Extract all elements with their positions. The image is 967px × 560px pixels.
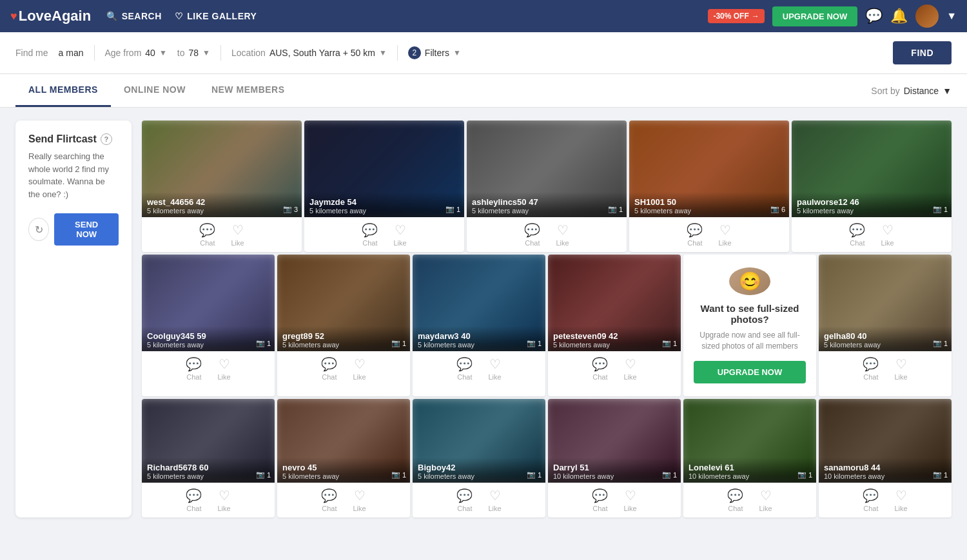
member-photo[interactable]: Jaymzde 54 5 kilometers away 📷 1: [304, 121, 464, 217]
like-label: Like: [488, 505, 501, 512]
tab-all-members[interactable]: ALL MEMBERS: [15, 74, 111, 107]
like-button[interactable]: ♡ Like: [488, 356, 501, 381]
sort-value: Distance: [904, 86, 939, 96]
chat-button[interactable]: 💬 Chat: [199, 222, 215, 247]
member-actions: 💬 Chat ♡ Like: [142, 351, 275, 386]
chat-button[interactable]: 💬 Chat: [362, 222, 378, 247]
like-label: Like: [488, 373, 501, 381]
like-gallery-nav[interactable]: ♡ LIKE GALLERY: [175, 11, 257, 21]
find-button[interactable]: FIND: [893, 41, 952, 64]
like-button[interactable]: ♡ Like: [894, 488, 907, 512]
location-label: Location: [231, 48, 266, 58]
like-button[interactable]: ♡ Like: [881, 222, 894, 247]
like-button[interactable]: ♡ Like: [894, 356, 907, 381]
member-photo[interactable]: Bigboy42 5 kilometers away 📷 1: [413, 399, 545, 483]
upgrade-button[interactable]: UPGRADE NOW: [772, 6, 857, 26]
member-photo[interactable]: SH1001 50 5 kilometers away 📷 6: [629, 121, 789, 217]
sort-by[interactable]: Sort by Distance ▼: [871, 86, 952, 96]
like-button[interactable]: ♡ Like: [759, 488, 772, 512]
member-photo[interactable]: maydarw3 40 5 kilometers away 📷 1: [413, 255, 545, 351]
chat-icon: 💬: [186, 356, 202, 372]
chat-button[interactable]: 💬 Chat: [186, 488, 202, 512]
like-label: Like: [393, 239, 406, 247]
avatar[interactable]: [915, 5, 939, 28]
member-photo[interactable]: paulworse12 46 5 kilometers away 📷 1: [792, 121, 952, 217]
like-button[interactable]: ♡ Like: [353, 488, 366, 512]
search-nav-icon: 🔍: [106, 11, 118, 21]
upgrade-now-button[interactable]: UPGRADE NOW: [694, 361, 806, 383]
chat-button[interactable]: 💬 Chat: [863, 488, 879, 512]
chat-button[interactable]: 💬 Chat: [456, 488, 473, 512]
age-from-field[interactable]: Age from 40 ▼: [105, 48, 167, 58]
like-button[interactable]: ♡ Like: [556, 222, 569, 247]
chat-button[interactable]: 💬 Chat: [186, 356, 202, 381]
member-card-bigboy42: Bigboy42 5 kilometers away 📷 1 💬 Chat ♡: [413, 399, 545, 517]
camera-icon: 📷: [527, 339, 536, 347]
like-button[interactable]: ♡ Like: [393, 222, 406, 247]
member-photo[interactable]: Richard5678 60 5 kilometers away 📷 1: [142, 399, 275, 483]
member-actions: 💬 Chat ♡ Like: [277, 351, 410, 386]
member-photo[interactable]: Lonelevi 61 10 kilometers away 📷 1: [683, 399, 816, 483]
like-button[interactable]: ♡ Like: [623, 356, 636, 381]
find-me-value[interactable]: a man: [59, 48, 84, 58]
member-photo[interactable]: Darryl 51 10 kilometers away 📷 1: [548, 399, 681, 483]
member-photo[interactable]: sanamoru8 44 10 kilometers away 📷 1: [819, 399, 952, 483]
like-button[interactable]: ♡ Like: [718, 222, 731, 247]
member-photo[interactable]: Coolguy345 59 5 kilometers away 📷 1: [142, 255, 275, 351]
chat-button[interactable]: 💬 Chat: [321, 356, 337, 381]
like-button[interactable]: ♡ Like: [217, 356, 230, 381]
chat-button[interactable]: 💬 Chat: [524, 222, 540, 247]
refresh-button[interactable]: ↻: [28, 218, 49, 241]
photo-count: 📷 1: [797, 470, 812, 479]
photo-count: 📷 1: [662, 470, 677, 479]
filters-button[interactable]: 2 Filters ▼: [408, 46, 461, 59]
send-now-button[interactable]: SEND NOW: [54, 213, 119, 246]
chat-button[interactable]: 💬 Chat: [727, 488, 743, 512]
chat-icon: 💬: [321, 488, 337, 503]
tab-new-members[interactable]: NEW MEMBERS: [199, 74, 298, 107]
heart-icon: ♡: [354, 488, 366, 503]
member-photo[interactable]: nevro 45 5 kilometers away 📷 1: [277, 399, 410, 483]
like-button[interactable]: ♡ Like: [488, 488, 501, 512]
like-label: Like: [556, 239, 569, 247]
member-photo[interactable]: west_44656 42 5 kilometers away 📷 3: [142, 121, 302, 217]
chat-button[interactable]: 💬 Chat: [456, 356, 473, 381]
like-button[interactable]: ♡ Like: [353, 356, 366, 381]
member-distance: 5 kilometers away: [634, 207, 784, 215]
like-button[interactable]: ♡ Like: [217, 488, 230, 512]
tab-online-now[interactable]: ONLINE NOW: [111, 74, 199, 107]
like-button[interactable]: ♡ Like: [231, 222, 244, 247]
heart-icon: ♡: [395, 222, 406, 238]
member-photo[interactable]: petesteven09 42 5 kilometers away 📷 1: [548, 255, 681, 351]
chat-button[interactable]: 💬 Chat: [321, 488, 337, 512]
flirtcast-help-icon[interactable]: ?: [101, 133, 112, 145]
members-row-3: Richard5678 60 5 kilometers away 📷 1 💬 C…: [142, 399, 952, 517]
member-name-age: maydarw3 40: [418, 331, 540, 341]
avatar-dropdown-icon[interactable]: ▼: [946, 10, 957, 22]
member-name-age: Bigboy42: [418, 463, 540, 472]
notifications-icon[interactable]: 🔔: [890, 8, 908, 24]
photo-overlay: Darryl 51 10 kilometers away: [548, 458, 681, 483]
chat-button[interactable]: 💬 Chat: [592, 356, 608, 381]
messages-icon[interactable]: 💬: [865, 8, 883, 24]
logo[interactable]: ♥ LoveAgain: [10, 8, 91, 24]
photo-overlay: maydarw3 40 5 kilometers away: [413, 326, 545, 351]
location-field[interactable]: Location AUS, South Yarra + 50 km ▼: [231, 48, 387, 58]
member-photo[interactable]: gregt89 52 5 kilometers away 📷 1: [277, 255, 410, 351]
chat-button[interactable]: 💬 Chat: [687, 222, 703, 247]
chat-button[interactable]: 💬 Chat: [592, 488, 608, 512]
photo-count: 📷 1: [933, 205, 948, 213]
search-nav[interactable]: 🔍 SEARCH: [106, 11, 162, 21]
like-button[interactable]: ♡ Like: [623, 488, 636, 512]
chat-button[interactable]: 💬 Chat: [849, 222, 865, 247]
chat-button[interactable]: 💬 Chat: [863, 356, 879, 381]
member-photo[interactable]: gelha80 40 5 kilometers away 📷 1: [819, 255, 952, 351]
upgrade-prompt-card: 😊 Want to see full-sized photos? Upgrade…: [683, 255, 816, 396]
member-distance: 10 kilometers away: [553, 472, 676, 480]
like-label: Like: [623, 373, 636, 381]
chat-label: Chat: [186, 505, 201, 512]
age-to-field[interactable]: to 78 ▼: [177, 48, 210, 58]
content: Send Flirtcast ? Really searching the wh…: [0, 108, 967, 530]
member-photo[interactable]: ashleylincs50 47 5 kilometers away 📷 1: [467, 121, 627, 217]
member-actions: 💬 Chat ♡ Like: [548, 351, 681, 386]
